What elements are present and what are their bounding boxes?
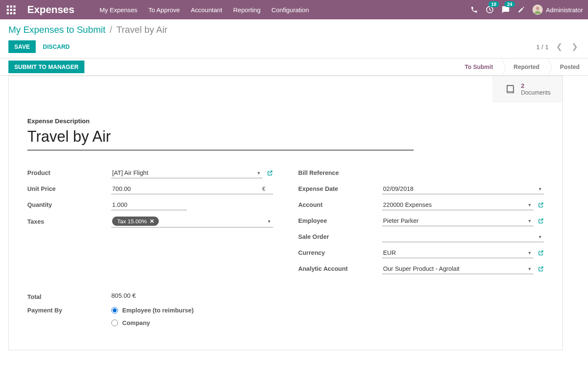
chevron-down-icon: ▼: [267, 219, 271, 224]
employee-label: Employee: [298, 217, 382, 224]
taxes-label: Taxes: [27, 218, 111, 225]
save-button[interactable]: Save: [8, 40, 36, 53]
expense-date-label: Expense Date: [298, 185, 382, 192]
unit-price-field[interactable]: [111, 184, 273, 194]
tax-tag-label: Tax 15.00%: [117, 218, 147, 225]
sale-order-label: Sale Order: [298, 233, 382, 240]
tax-tag-remove-icon[interactable]: ✕: [150, 218, 155, 225]
apps-icon[interactable]: [7, 5, 16, 14]
pager: 1 / 1 ❮ ❯: [536, 42, 580, 51]
pager-value[interactable]: 1 / 1: [536, 43, 549, 50]
status-row: Submit to Manager To Submit Reported Pos…: [0, 58, 588, 76]
total-value: 805.00 €: [111, 292, 136, 299]
breadcrumb-sep: /: [110, 24, 112, 35]
product-label: Product: [27, 169, 111, 176]
status-bar: To Submit Reported Posted: [453, 58, 588, 75]
payment-company-radio[interactable]: [111, 320, 118, 326]
payment-radio-group: Employee (to reimburse) Company: [111, 305, 195, 326]
tax-tag[interactable]: Tax 15.00% ✕: [112, 217, 159, 226]
expense-date-field[interactable]: [382, 184, 544, 194]
nav-reporting[interactable]: Reporting: [233, 6, 260, 13]
breadcrumb-current: Travel by Air: [116, 24, 167, 35]
currency-symbol: €: [262, 185, 265, 192]
employee-external-link-icon[interactable]: [538, 218, 544, 224]
form-sheet: 2 Documents Expense Description Product …: [8, 76, 563, 350]
sale-order-field[interactable]: [382, 232, 544, 242]
analytic-account-label: Analytic Account: [298, 265, 382, 272]
expense-description-input[interactable]: [27, 126, 414, 151]
total-label: Total: [27, 292, 111, 300]
unit-price-label: Unit Price: [27, 185, 111, 192]
pager-next[interactable]: ❯: [570, 42, 580, 51]
quantity-field[interactable]: [111, 200, 187, 210]
messages-badge: 24: [504, 1, 514, 7]
status-to-submit[interactable]: To Submit: [453, 58, 501, 75]
analytic-external-link-icon[interactable]: [538, 266, 544, 272]
discard-button[interactable]: Discard: [37, 40, 76, 53]
nav-configuration[interactable]: Configuration: [271, 6, 309, 13]
phone-icon[interactable]: [470, 6, 478, 13]
nav-my-expenses[interactable]: My Expenses: [100, 6, 137, 13]
payment-employee-radio[interactable]: [111, 307, 118, 314]
employee-field[interactable]: [382, 216, 533, 226]
tools-icon[interactable]: [517, 6, 525, 13]
documents-button[interactable]: 2 Documents: [493, 76, 562, 102]
breadcrumb: My Expenses to Submit / Travel by Air: [8, 24, 580, 35]
nav-menu: My Expenses To Approve Accountant Report…: [100, 6, 309, 13]
documents-count: 2: [521, 82, 551, 89]
control-panel: My Expenses to Submit / Travel by Air Sa…: [0, 19, 588, 58]
activities-icon[interactable]: 19: [486, 5, 494, 14]
book-icon: [505, 84, 516, 95]
user-menu[interactable]: Administrator: [533, 5, 583, 15]
product-external-link-icon[interactable]: [267, 170, 273, 176]
account-external-link-icon[interactable]: [538, 202, 544, 208]
payment-by-label: Payment By: [27, 305, 111, 314]
status-reported[interactable]: Reported: [501, 58, 548, 75]
nav-right: 19 24 Administrator: [470, 5, 583, 15]
currency-field[interactable]: [382, 248, 533, 258]
taxes-field[interactable]: Tax 15.00% ✕ ▼: [111, 215, 273, 227]
account-label: Account: [298, 201, 382, 208]
svg-point-2: [536, 7, 539, 10]
top-nav: Expenses My Expenses To Approve Accounta…: [0, 0, 588, 19]
messages-icon[interactable]: 24: [501, 5, 510, 14]
submit-to-manager-button[interactable]: Submit to Manager: [8, 61, 84, 73]
bill-reference-label: Bill Reference: [298, 169, 382, 176]
nav-accountant[interactable]: Accountant: [191, 6, 222, 13]
account-field[interactable]: [382, 200, 533, 210]
avatar-icon: [533, 5, 543, 15]
pager-prev[interactable]: ❮: [554, 42, 564, 51]
analytic-account-field[interactable]: [382, 264, 533, 274]
quantity-label: Quantity: [27, 201, 111, 208]
product-field[interactable]: [111, 168, 262, 178]
status-posted[interactable]: Posted: [548, 58, 588, 75]
nav-to-approve[interactable]: To Approve: [148, 6, 180, 13]
documents-label: Documents: [521, 89, 551, 96]
currency-label: Currency: [298, 249, 382, 256]
activities-badge: 19: [488, 1, 499, 7]
currency-external-link-icon[interactable]: [538, 250, 544, 256]
payment-company-option[interactable]: Company: [111, 318, 195, 326]
breadcrumb-back[interactable]: My Expenses to Submit: [8, 24, 105, 35]
payment-employee-option[interactable]: Employee (to reimburse): [111, 305, 195, 314]
user-name-label: Administrator: [546, 6, 583, 13]
expense-description-label: Expense Description: [27, 117, 544, 124]
app-brand[interactable]: Expenses: [27, 4, 74, 16]
